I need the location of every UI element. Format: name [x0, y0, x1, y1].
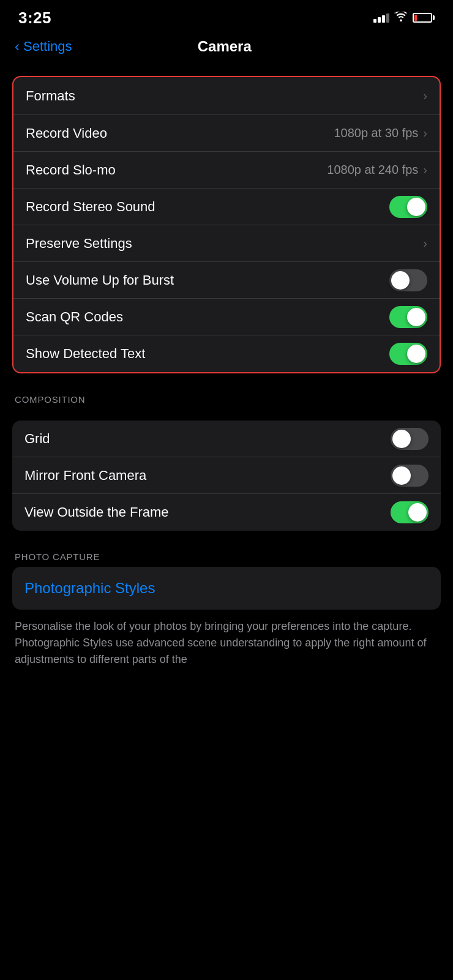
record-slo-mo-label: Record Slo-mo: [26, 162, 116, 178]
formats-right: ›: [423, 89, 427, 103]
record-video-label: Record Video: [26, 125, 107, 141]
toggle-thumb: [407, 198, 425, 216]
signal-bars-icon: [373, 13, 389, 23]
formats-chevron-icon: ›: [423, 89, 427, 103]
view-outside-frame-label: View Outside the Frame: [24, 504, 169, 520]
use-volume-up-burst-row: Use Volume Up for Burst: [13, 262, 440, 299]
record-slo-mo-value: 1080p at 240 fps: [327, 163, 418, 177]
battery-icon: [413, 13, 435, 23]
back-button[interactable]: ‹ Settings: [15, 38, 72, 55]
record-slo-mo-row[interactable]: Record Slo-mo 1080p at 240 fps ›: [13, 152, 440, 189]
preserve-settings-label: Preserve Settings: [26, 236, 132, 252]
formats-row[interactable]: Formats ›: [13, 77, 440, 115]
mirror-front-camera-row: Mirror Front Camera: [12, 457, 441, 494]
toggle-thumb: [391, 271, 410, 290]
photo-capture-section-header: PHOTO CAPTURE: [0, 542, 453, 567]
back-chevron-icon: ‹: [15, 38, 20, 55]
show-detected-text-row: Show Detected Text: [13, 335, 440, 372]
page-title: Camera: [72, 38, 378, 55]
photographic-styles-row[interactable]: Photographic Styles: [12, 567, 441, 610]
use-volume-up-burst-label: Use Volume Up for Burst: [26, 272, 174, 288]
wifi-icon: [394, 12, 408, 24]
scan-qr-codes-row: Scan QR Codes: [13, 299, 440, 335]
grid-toggle[interactable]: [391, 428, 429, 450]
toggle-thumb: [392, 430, 411, 448]
mirror-front-camera-toggle[interactable]: [391, 465, 429, 487]
photographic-styles-label: Photographic Styles: [24, 580, 155, 597]
toggle-thumb: [408, 503, 427, 522]
record-stereo-sound-toggle[interactable]: [389, 196, 427, 218]
record-slo-mo-right: 1080p at 240 fps ›: [327, 163, 427, 177]
nav-bar: ‹ Settings Camera: [0, 32, 453, 65]
scan-qr-codes-label: Scan QR Codes: [26, 309, 123, 325]
preserve-settings-chevron-icon: ›: [423, 236, 427, 250]
status-icons: [373, 12, 435, 24]
record-slo-mo-chevron-icon: ›: [423, 163, 427, 177]
status-bar: 3:25: [0, 0, 453, 32]
mirror-front-camera-label: Mirror Front Camera: [24, 468, 146, 484]
show-detected-text-label: Show Detected Text: [26, 346, 145, 362]
formats-label: Formats: [26, 88, 75, 104]
record-stereo-sound-row: Record Stereo Sound: [13, 189, 440, 225]
view-outside-frame-row: View Outside the Frame: [12, 494, 441, 531]
composition-section-header: COMPOSITION: [0, 384, 453, 410]
record-stereo-sound-label: Record Stereo Sound: [26, 199, 155, 215]
view-outside-frame-toggle[interactable]: [391, 501, 429, 523]
status-time: 3:25: [18, 9, 51, 28]
grid-row: Grid: [12, 421, 441, 457]
photographic-styles-description: Personalise the look of your photos by b…: [0, 610, 453, 676]
use-volume-up-burst-toggle[interactable]: [389, 269, 427, 291]
preserve-settings-right: ›: [423, 236, 427, 250]
toggle-thumb: [392, 466, 411, 485]
record-video-value: 1080p at 30 fps: [334, 126, 418, 140]
photo-capture-group: Photographic Styles: [12, 567, 441, 610]
main-settings-group: Formats › Record Video 1080p at 30 fps ›…: [12, 76, 441, 373]
toggle-thumb: [407, 308, 425, 326]
toggle-thumb: [407, 345, 425, 363]
composition-settings-group: Grid Mirror Front Camera View Outside th…: [12, 421, 441, 531]
preserve-settings-row[interactable]: Preserve Settings ›: [13, 225, 440, 262]
show-detected-text-toggle[interactable]: [389, 343, 427, 365]
back-label: Settings: [23, 39, 72, 54]
scan-qr-codes-toggle[interactable]: [389, 306, 427, 328]
record-video-chevron-icon: ›: [423, 126, 427, 140]
grid-label: Grid: [24, 431, 50, 447]
record-video-row[interactable]: Record Video 1080p at 30 fps ›: [13, 115, 440, 152]
record-video-right: 1080p at 30 fps ›: [334, 126, 427, 140]
